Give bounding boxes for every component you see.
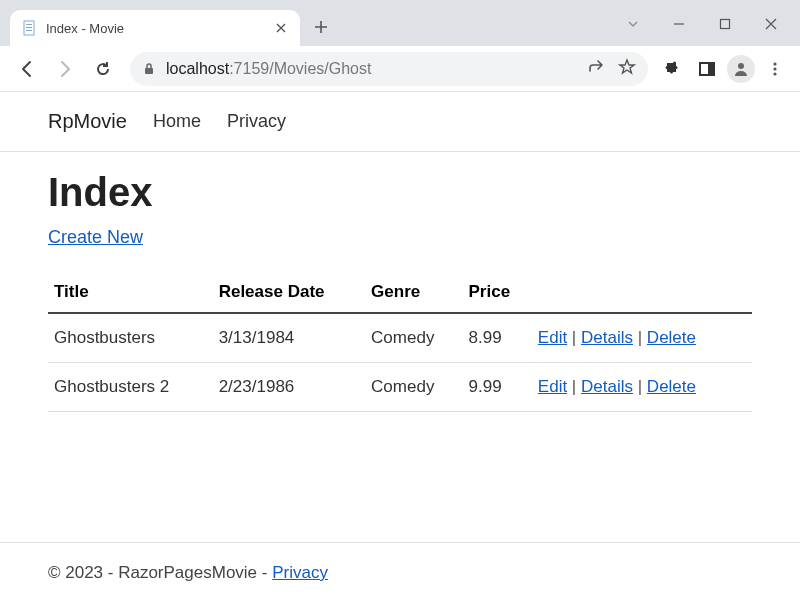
browser-tab[interactable]: Index - Movie	[10, 10, 300, 46]
browser-toolbar: localhost:7159/Movies/Ghost	[0, 46, 800, 92]
cell-actions: Edit | Details | Delete	[532, 313, 752, 363]
cell-genre: Comedy	[365, 363, 462, 412]
footer-copyright: © 2023 - RazorPagesMovie -	[48, 563, 272, 582]
edit-link[interactable]: Edit	[538, 328, 567, 347]
cell-release: 3/13/1984	[213, 313, 365, 363]
col-price: Price	[463, 272, 532, 313]
lock-icon	[142, 62, 156, 76]
col-title: Title	[48, 272, 213, 313]
url-text: localhost:7159/Movies/Ghost	[166, 60, 371, 78]
side-panel-icon[interactable]	[692, 54, 722, 84]
delete-link[interactable]: Delete	[647, 377, 696, 396]
svg-point-9	[773, 62, 776, 65]
svg-point-10	[773, 67, 776, 70]
maximize-button[interactable]	[702, 8, 748, 40]
svg-rect-4	[721, 20, 730, 29]
reload-button[interactable]	[86, 52, 120, 86]
svg-rect-5	[145, 68, 153, 74]
svg-point-11	[773, 72, 776, 75]
table-row: Ghostbusters 3/13/1984 Comedy 8.99 Edit …	[48, 313, 752, 363]
col-actions	[532, 272, 752, 313]
chevron-down-icon[interactable]	[610, 8, 656, 40]
cell-actions: Edit | Details | Delete	[532, 363, 752, 412]
col-genre: Genre	[365, 272, 462, 313]
main-content: Index Create New Title Release Date Genr…	[0, 152, 800, 542]
new-tab-button[interactable]	[306, 12, 336, 42]
svg-rect-2	[26, 27, 32, 28]
page-content: RpMovie Home Privacy Index Create New Ti…	[0, 92, 800, 603]
cell-price: 9.99	[463, 363, 532, 412]
minimize-button[interactable]	[656, 8, 702, 40]
cell-title: Ghostbusters	[48, 313, 213, 363]
titlebar: Index - Movie	[0, 0, 800, 46]
cell-release: 2/23/1986	[213, 363, 365, 412]
back-button[interactable]	[10, 52, 44, 86]
page-title: Index	[48, 170, 752, 215]
brand-link[interactable]: RpMovie	[48, 110, 127, 133]
svg-rect-1	[26, 24, 32, 25]
profile-avatar[interactable]	[726, 54, 756, 84]
close-window-button[interactable]	[748, 8, 794, 40]
tab-title: Index - Movie	[46, 21, 264, 36]
nav-privacy[interactable]: Privacy	[227, 111, 286, 132]
create-new-link[interactable]: Create New	[48, 227, 143, 247]
edit-link[interactable]: Edit	[538, 377, 567, 396]
cell-price: 8.99	[463, 313, 532, 363]
omnibox-actions	[586, 58, 636, 80]
delete-link[interactable]: Delete	[647, 328, 696, 347]
cell-title: Ghostbusters 2	[48, 363, 213, 412]
share-icon[interactable]	[586, 58, 604, 80]
forward-button[interactable]	[48, 52, 82, 86]
site-navbar: RpMovie Home Privacy	[0, 92, 800, 152]
footer-privacy-link[interactable]: Privacy	[272, 563, 328, 582]
site-footer: © 2023 - RazorPagesMovie - Privacy	[0, 542, 800, 603]
col-release: Release Date	[213, 272, 365, 313]
details-link[interactable]: Details	[581, 328, 633, 347]
bookmark-star-icon[interactable]	[618, 58, 636, 80]
page-favicon	[22, 20, 38, 36]
svg-rect-3	[26, 30, 32, 31]
window-controls	[610, 8, 800, 40]
cell-genre: Comedy	[365, 313, 462, 363]
close-tab-icon[interactable]	[272, 19, 290, 37]
browser-chrome: Index - Movie	[0, 0, 800, 92]
svg-point-8	[738, 63, 744, 69]
nav-home[interactable]: Home	[153, 111, 201, 132]
details-link[interactable]: Details	[581, 377, 633, 396]
svg-rect-7	[708, 63, 714, 75]
menu-dots-icon[interactable]	[760, 54, 790, 84]
movies-table: Title Release Date Genre Price Ghostbust…	[48, 272, 752, 412]
extensions-icon[interactable]	[658, 54, 688, 84]
table-row: Ghostbusters 2 2/23/1986 Comedy 9.99 Edi…	[48, 363, 752, 412]
address-bar[interactable]: localhost:7159/Movies/Ghost	[130, 52, 648, 86]
